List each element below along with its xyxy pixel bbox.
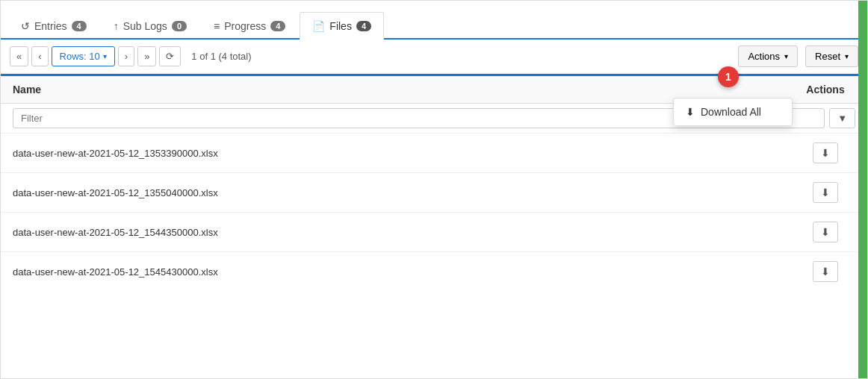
- table-row: data-user-new-at-2021-05-12_1353390000.x…: [1, 134, 867, 173]
- row-action: ⬇: [796, 182, 855, 203]
- filter-icon: ▼: [837, 113, 847, 124]
- tab-entries-label: Entries: [34, 20, 67, 32]
- download-button-3[interactable]: ⬇: [813, 261, 838, 282]
- tab-progress[interactable]: ≡ Progress 4: [201, 12, 298, 40]
- actions-label: Actions: [748, 51, 780, 62]
- entries-icon: ↺: [21, 20, 30, 32]
- actions-button[interactable]: Actions ▾: [738, 46, 798, 67]
- pagination-info: 1 of 1 (4 total): [184, 51, 258, 62]
- row-action: ⬇: [796, 142, 855, 163]
- tabs-bar: ↺ Entries 4 ↑ Sub Logs 0 ≡ Progress 4 📄 …: [1, 1, 867, 40]
- tab-files-label: Files: [329, 20, 352, 32]
- last-page-button[interactable]: »: [137, 46, 156, 66]
- sidebar-accent: [858, 1, 867, 378]
- download-all-icon: ⬇: [686, 106, 695, 118]
- tab-files[interactable]: 📄 Files 4: [300, 12, 384, 40]
- download-button-0[interactable]: ⬇: [813, 142, 838, 163]
- rows-label: Rows: 10: [60, 51, 100, 62]
- progress-badge: 4: [270, 21, 285, 31]
- tab-sublogs-label: Sub Logs: [123, 20, 167, 32]
- reset-caret-icon: ▾: [845, 52, 849, 60]
- progress-icon: ≡: [214, 20, 220, 32]
- file-name: data-user-new-at-2021-05-12_1353390000.x…: [13, 148, 796, 159]
- file-name: data-user-new-at-2021-05-12_1544350000.x…: [13, 227, 796, 238]
- download-all-label: Download All: [701, 106, 761, 118]
- next-page-button[interactable]: ›: [118, 46, 134, 66]
- step-badge: 1: [718, 66, 739, 87]
- reset-button[interactable]: Reset ▾: [805, 46, 858, 67]
- actions-dropdown: ⬇ Download All: [673, 98, 793, 126]
- tab-progress-label: Progress: [224, 20, 266, 32]
- rows-caret-icon: ▾: [103, 52, 107, 60]
- filter-button[interactable]: ▼: [829, 108, 855, 128]
- entries-badge: 4: [72, 21, 87, 31]
- reset-label: Reset: [815, 51, 840, 62]
- main-container: ↺ Entries 4 ↑ Sub Logs 0 ≡ Progress 4 📄 …: [0, 0, 868, 379]
- download-all-item[interactable]: ⬇ Download All: [674, 98, 792, 125]
- toolbar: « ‹ Rows: 10 ▾ › » ⟳ 1 of 1 (4 total) Ac…: [1, 40, 867, 74]
- sublogs-icon: ↑: [114, 20, 119, 32]
- file-name: data-user-new-at-2021-05-12_1355040000.x…: [13, 187, 796, 198]
- files-badge: 4: [356, 21, 371, 31]
- download-button-2[interactable]: ⬇: [813, 222, 838, 242]
- download-button-1[interactable]: ⬇: [813, 182, 838, 203]
- tab-entries[interactable]: ↺ Entries 4: [8, 12, 99, 40]
- tab-sublogs[interactable]: ↑ Sub Logs 0: [101, 12, 199, 40]
- row-action: ⬇: [796, 222, 855, 242]
- row-action: ⬇: [796, 261, 855, 282]
- file-name: data-user-new-at-2021-05-12_1545430000.x…: [13, 266, 796, 278]
- table-row: data-user-new-at-2021-05-12_1355040000.x…: [1, 173, 867, 213]
- prev-page-button[interactable]: ‹: [31, 46, 48, 66]
- table-row: data-user-new-at-2021-05-12_1545430000.x…: [1, 252, 867, 291]
- refresh-button[interactable]: ⟳: [159, 46, 181, 66]
- sublogs-badge: 0: [172, 21, 187, 31]
- actions-caret-icon: ▾: [784, 52, 788, 60]
- first-page-button[interactable]: «: [10, 46, 28, 66]
- col-name-header: Name: [13, 84, 796, 95]
- rows-selector-button[interactable]: Rows: 10 ▾: [52, 46, 115, 66]
- table-row: data-user-new-at-2021-05-12_1544350000.x…: [1, 213, 867, 252]
- col-actions-header: Actions: [796, 84, 855, 95]
- files-icon: 📄: [312, 20, 325, 32]
